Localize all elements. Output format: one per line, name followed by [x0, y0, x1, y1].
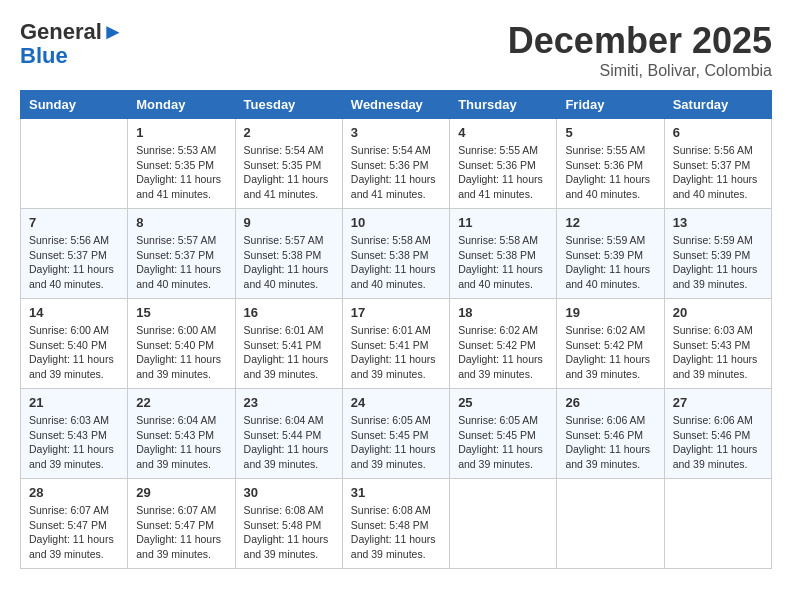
day-number: 12: [565, 215, 655, 230]
day-info: Sunrise: 6:04 AMSunset: 5:43 PMDaylight:…: [136, 413, 226, 472]
calendar-day: 13Sunrise: 5:59 AMSunset: 5:39 PMDayligh…: [664, 209, 771, 299]
day-number: 10: [351, 215, 441, 230]
day-info: Sunrise: 6:04 AMSunset: 5:44 PMDaylight:…: [244, 413, 334, 472]
day-number: 15: [136, 305, 226, 320]
day-info: Sunrise: 5:53 AMSunset: 5:35 PMDaylight:…: [136, 143, 226, 202]
day-number: 24: [351, 395, 441, 410]
logo-general: General: [20, 19, 102, 44]
calendar-day: [664, 479, 771, 569]
calendar-day: 8Sunrise: 5:57 AMSunset: 5:37 PMDaylight…: [128, 209, 235, 299]
day-number: 5: [565, 125, 655, 140]
day-number: 26: [565, 395, 655, 410]
calendar-day: 27Sunrise: 6:06 AMSunset: 5:46 PMDayligh…: [664, 389, 771, 479]
calendar-day: 9Sunrise: 5:57 AMSunset: 5:38 PMDaylight…: [235, 209, 342, 299]
day-info: Sunrise: 6:05 AMSunset: 5:45 PMDaylight:…: [351, 413, 441, 472]
calendar-day: 14Sunrise: 6:00 AMSunset: 5:40 PMDayligh…: [21, 299, 128, 389]
page-header: General► Blue December 2025 Simiti, Boli…: [20, 20, 772, 80]
calendar-day: 24Sunrise: 6:05 AMSunset: 5:45 PMDayligh…: [342, 389, 449, 479]
day-info: Sunrise: 5:54 AMSunset: 5:36 PMDaylight:…: [351, 143, 441, 202]
calendar-day: 12Sunrise: 5:59 AMSunset: 5:39 PMDayligh…: [557, 209, 664, 299]
day-info: Sunrise: 6:05 AMSunset: 5:45 PMDaylight:…: [458, 413, 548, 472]
day-info: Sunrise: 5:57 AMSunset: 5:37 PMDaylight:…: [136, 233, 226, 292]
calendar-day: 16Sunrise: 6:01 AMSunset: 5:41 PMDayligh…: [235, 299, 342, 389]
calendar-week-5: 28Sunrise: 6:07 AMSunset: 5:47 PMDayligh…: [21, 479, 772, 569]
day-number: 14: [29, 305, 119, 320]
calendar-day: 31Sunrise: 6:08 AMSunset: 5:48 PMDayligh…: [342, 479, 449, 569]
calendar-day: 20Sunrise: 6:03 AMSunset: 5:43 PMDayligh…: [664, 299, 771, 389]
calendar-day: 11Sunrise: 5:58 AMSunset: 5:38 PMDayligh…: [450, 209, 557, 299]
day-number: 2: [244, 125, 334, 140]
day-number: 29: [136, 485, 226, 500]
day-info: Sunrise: 6:06 AMSunset: 5:46 PMDaylight:…: [565, 413, 655, 472]
day-info: Sunrise: 6:02 AMSunset: 5:42 PMDaylight:…: [565, 323, 655, 382]
calendar-day: [450, 479, 557, 569]
calendar-day: 7Sunrise: 5:56 AMSunset: 5:37 PMDaylight…: [21, 209, 128, 299]
column-header-tuesday: Tuesday: [235, 91, 342, 119]
day-info: Sunrise: 6:00 AMSunset: 5:40 PMDaylight:…: [136, 323, 226, 382]
column-header-saturday: Saturday: [664, 91, 771, 119]
calendar-day: 28Sunrise: 6:07 AMSunset: 5:47 PMDayligh…: [21, 479, 128, 569]
calendar-day: 1Sunrise: 5:53 AMSunset: 5:35 PMDaylight…: [128, 119, 235, 209]
day-number: 28: [29, 485, 119, 500]
calendar-day: 18Sunrise: 6:02 AMSunset: 5:42 PMDayligh…: [450, 299, 557, 389]
day-info: Sunrise: 6:06 AMSunset: 5:46 PMDaylight:…: [673, 413, 763, 472]
column-header-sunday: Sunday: [21, 91, 128, 119]
logo-blue-text: ►: [102, 19, 124, 44]
calendar-day: 25Sunrise: 6:05 AMSunset: 5:45 PMDayligh…: [450, 389, 557, 479]
calendar-day: [21, 119, 128, 209]
calendar-day: 6Sunrise: 5:56 AMSunset: 5:37 PMDaylight…: [664, 119, 771, 209]
day-info: Sunrise: 6:00 AMSunset: 5:40 PMDaylight:…: [29, 323, 119, 382]
calendar-day: 29Sunrise: 6:07 AMSunset: 5:47 PMDayligh…: [128, 479, 235, 569]
calendar-day: [557, 479, 664, 569]
calendar-day: 26Sunrise: 6:06 AMSunset: 5:46 PMDayligh…: [557, 389, 664, 479]
day-number: 11: [458, 215, 548, 230]
day-number: 1: [136, 125, 226, 140]
day-number: 19: [565, 305, 655, 320]
day-number: 21: [29, 395, 119, 410]
day-number: 17: [351, 305, 441, 320]
calendar-week-4: 21Sunrise: 6:03 AMSunset: 5:43 PMDayligh…: [21, 389, 772, 479]
day-number: 22: [136, 395, 226, 410]
calendar-day: 21Sunrise: 6:03 AMSunset: 5:43 PMDayligh…: [21, 389, 128, 479]
day-number: 27: [673, 395, 763, 410]
title-area: December 2025 Simiti, Bolivar, Colombia: [508, 20, 772, 80]
day-info: Sunrise: 6:08 AMSunset: 5:48 PMDaylight:…: [351, 503, 441, 562]
calendar-day: 23Sunrise: 6:04 AMSunset: 5:44 PMDayligh…: [235, 389, 342, 479]
calendar-day: 19Sunrise: 6:02 AMSunset: 5:42 PMDayligh…: [557, 299, 664, 389]
calendar-day: 2Sunrise: 5:54 AMSunset: 5:35 PMDaylight…: [235, 119, 342, 209]
day-info: Sunrise: 5:56 AMSunset: 5:37 PMDaylight:…: [29, 233, 119, 292]
logo-blue: Blue: [20, 43, 68, 68]
day-info: Sunrise: 6:03 AMSunset: 5:43 PMDaylight:…: [29, 413, 119, 472]
day-info: Sunrise: 5:54 AMSunset: 5:35 PMDaylight:…: [244, 143, 334, 202]
column-header-wednesday: Wednesday: [342, 91, 449, 119]
column-header-friday: Friday: [557, 91, 664, 119]
day-number: 31: [351, 485, 441, 500]
day-info: Sunrise: 6:08 AMSunset: 5:48 PMDaylight:…: [244, 503, 334, 562]
logo: General► Blue: [20, 20, 124, 68]
day-number: 9: [244, 215, 334, 230]
day-number: 4: [458, 125, 548, 140]
calendar-day: 4Sunrise: 5:55 AMSunset: 5:36 PMDaylight…: [450, 119, 557, 209]
day-info: Sunrise: 5:55 AMSunset: 5:36 PMDaylight:…: [458, 143, 548, 202]
location: Simiti, Bolivar, Colombia: [508, 62, 772, 80]
calendar-week-1: 1Sunrise: 5:53 AMSunset: 5:35 PMDaylight…: [21, 119, 772, 209]
day-number: 8: [136, 215, 226, 230]
day-number: 23: [244, 395, 334, 410]
day-number: 6: [673, 125, 763, 140]
calendar-header-row: SundayMondayTuesdayWednesdayThursdayFrid…: [21, 91, 772, 119]
day-number: 16: [244, 305, 334, 320]
day-info: Sunrise: 5:59 AMSunset: 5:39 PMDaylight:…: [565, 233, 655, 292]
calendar-day: 15Sunrise: 6:00 AMSunset: 5:40 PMDayligh…: [128, 299, 235, 389]
day-info: Sunrise: 5:56 AMSunset: 5:37 PMDaylight:…: [673, 143, 763, 202]
calendar-table: SundayMondayTuesdayWednesdayThursdayFrid…: [20, 90, 772, 569]
day-number: 25: [458, 395, 548, 410]
day-number: 13: [673, 215, 763, 230]
day-info: Sunrise: 6:07 AMSunset: 5:47 PMDaylight:…: [136, 503, 226, 562]
calendar-day: 22Sunrise: 6:04 AMSunset: 5:43 PMDayligh…: [128, 389, 235, 479]
calendar-day: 10Sunrise: 5:58 AMSunset: 5:38 PMDayligh…: [342, 209, 449, 299]
calendar-day: 30Sunrise: 6:08 AMSunset: 5:48 PMDayligh…: [235, 479, 342, 569]
calendar-week-3: 14Sunrise: 6:00 AMSunset: 5:40 PMDayligh…: [21, 299, 772, 389]
day-number: 18: [458, 305, 548, 320]
day-info: Sunrise: 5:59 AMSunset: 5:39 PMDaylight:…: [673, 233, 763, 292]
day-info: Sunrise: 5:55 AMSunset: 5:36 PMDaylight:…: [565, 143, 655, 202]
